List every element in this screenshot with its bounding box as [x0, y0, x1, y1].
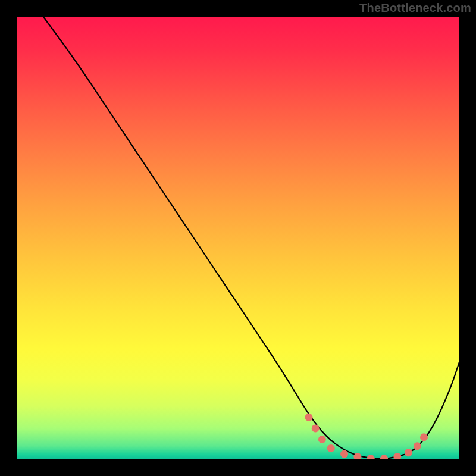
marker-dot [340, 450, 348, 458]
marker-dot [318, 436, 326, 443]
marker-dot [414, 442, 421, 450]
bottleneck-curve [43, 17, 459, 459]
marker-dot [327, 444, 335, 452]
watermark-text: TheBottleneck.com [359, 1, 471, 15]
plot-area [17, 17, 459, 459]
curve-layer [17, 17, 459, 459]
marker-group [305, 414, 428, 459]
marker-dot [380, 455, 388, 459]
marker-dot [405, 449, 412, 456]
marker-dot [393, 453, 401, 459]
marker-dot [305, 414, 313, 421]
chart-container: TheBottleneck.com [0, 0, 476, 476]
marker-dot [367, 455, 375, 459]
marker-dot [312, 424, 320, 432]
marker-dot [420, 433, 428, 441]
